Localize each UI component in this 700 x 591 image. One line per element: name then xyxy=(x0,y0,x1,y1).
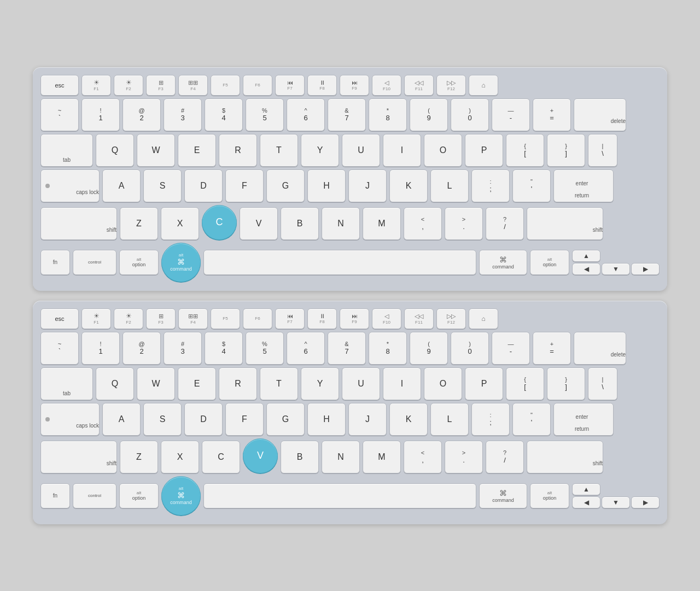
key-f7-2[interactable]: ⏮F7 xyxy=(275,308,305,329)
key-semicolon[interactable]: :; xyxy=(471,169,510,202)
key-s-2[interactable]: S xyxy=(143,403,182,436)
key-n-2[interactable]: N xyxy=(322,441,360,473)
key-space-2[interactable] xyxy=(203,483,476,508)
key-bracket-r-2[interactable]: }] xyxy=(547,367,585,400)
key-command-right[interactable]: ⌘ command xyxy=(479,250,527,275)
key-f8-2[interactable]: ⏸F8 xyxy=(307,308,337,329)
key-a[interactable]: A xyxy=(102,169,141,202)
key-g-2[interactable]: G xyxy=(266,403,305,436)
key-command-right-2[interactable]: ⌘ command xyxy=(479,483,527,508)
key-quote[interactable]: "' xyxy=(512,169,551,202)
key-backslash-2[interactable]: |\ xyxy=(588,367,617,400)
key-arrow-right-2[interactable]: ▶ xyxy=(631,496,660,508)
key-control-2[interactable]: control xyxy=(73,483,116,508)
key-f2[interactable]: ☀F2 xyxy=(114,75,143,96)
key-f1[interactable]: ☀F1 xyxy=(81,75,111,96)
key-f12-2[interactable]: ▷▷F12 xyxy=(436,308,466,329)
key-7-2[interactable]: &7 xyxy=(328,332,366,365)
key-h-2[interactable]: H xyxy=(307,403,346,436)
key-period-2[interactable]: >. xyxy=(445,441,483,473)
key-tab-2[interactable]: tab xyxy=(40,367,93,400)
key-enter-return[interactable]: enterreturn xyxy=(553,169,614,202)
key-m-2[interactable]: M xyxy=(363,441,401,473)
key-f5-2[interactable]: F5 xyxy=(211,308,240,329)
key-home-2[interactable]: ⌂ xyxy=(469,308,498,329)
key-bracket-l[interactable]: {[ xyxy=(506,134,544,167)
key-option-right-2[interactable]: alt option xyxy=(530,483,569,508)
key-y[interactable]: Y xyxy=(301,134,339,167)
key-b[interactable]: B xyxy=(281,207,319,240)
key-i-2[interactable]: I xyxy=(383,367,421,400)
key-enter-return-2[interactable]: enterreturn xyxy=(553,403,614,436)
key-e-2[interactable]: E xyxy=(178,367,216,400)
key-arrow-down[interactable]: ▼ xyxy=(602,263,630,275)
key-p[interactable]: P xyxy=(465,134,503,167)
key-n[interactable]: N xyxy=(322,207,360,240)
key-3[interactable]: #3 xyxy=(164,98,202,131)
key-f4-2[interactable]: ⊞⊞F4 xyxy=(178,308,208,329)
key-g[interactable]: G xyxy=(266,169,305,202)
key-9[interactable]: (9 xyxy=(410,98,448,131)
key-semicolon-2[interactable]: :; xyxy=(471,403,510,436)
key-8[interactable]: *8 xyxy=(369,98,407,131)
key-k[interactable]: K xyxy=(389,169,428,202)
key-v[interactable]: V xyxy=(240,207,278,240)
key-k-2[interactable]: K xyxy=(389,403,428,436)
key-caps-lock-2[interactable]: caps lock xyxy=(40,403,100,436)
key-option-left[interactable]: alt option xyxy=(119,250,159,275)
key-equals[interactable]: += xyxy=(533,98,571,131)
key-o-2[interactable]: O xyxy=(424,367,462,400)
key-j-2[interactable]: J xyxy=(348,403,387,436)
key-comma[interactable]: <, xyxy=(404,207,442,240)
key-1-2[interactable]: !1 xyxy=(81,332,120,365)
key-t[interactable]: T xyxy=(260,134,298,167)
key-arrow-left[interactable]: ◀ xyxy=(572,263,600,275)
key-tilde-2[interactable]: ~` xyxy=(40,332,79,365)
key-f6[interactable]: F6 xyxy=(243,75,272,96)
key-f3[interactable]: ⊞F3 xyxy=(146,75,176,96)
key-f8[interactable]: ⏸F8 xyxy=(307,75,337,96)
key-shift-right[interactable]: shift xyxy=(527,207,603,240)
key-f11[interactable]: ◁◁F11 xyxy=(404,75,434,96)
key-5-2[interactable]: %5 xyxy=(246,332,284,365)
key-option-right[interactable]: alt option xyxy=(530,250,569,275)
key-w-2[interactable]: W xyxy=(137,367,175,400)
key-f7[interactable]: ⏮F7 xyxy=(275,75,305,96)
key-space[interactable] xyxy=(203,250,476,275)
key-f5[interactable]: F5 xyxy=(211,75,240,96)
key-shift-left-2[interactable]: shift xyxy=(40,441,117,473)
key-arrow-up-2[interactable]: ▲ xyxy=(572,483,600,495)
key-d-2[interactable]: D xyxy=(184,403,223,436)
key-s[interactable]: S xyxy=(143,169,182,202)
key-1[interactable]: !1 xyxy=(81,98,120,131)
key-option-left-2[interactable]: alt option xyxy=(119,483,159,508)
key-m[interactable]: M xyxy=(363,207,401,240)
key-4-2[interactable]: $4 xyxy=(205,332,243,365)
key-i[interactable]: I xyxy=(383,134,421,167)
key-minus[interactable]: —- xyxy=(492,98,530,131)
key-u-2[interactable]: U xyxy=(342,367,380,400)
key-6-2[interactable]: ^6 xyxy=(287,332,325,365)
key-c-2[interactable]: C xyxy=(202,441,240,473)
key-y-2[interactable]: Y xyxy=(301,367,339,400)
key-fn-2[interactable]: fn xyxy=(40,483,70,508)
key-slash[interactable]: ?/ xyxy=(486,207,524,240)
key-h[interactable]: H xyxy=(307,169,346,202)
key-arrow-up[interactable]: ▲ xyxy=(572,250,600,262)
key-q[interactable]: Q xyxy=(96,134,134,167)
key-quote-2[interactable]: "' xyxy=(512,403,551,436)
key-j[interactable]: J xyxy=(348,169,387,202)
key-d[interactable]: D xyxy=(184,169,223,202)
key-f9[interactable]: ⏭F9 xyxy=(340,75,369,96)
key-esc[interactable]: esc xyxy=(40,75,79,96)
key-f9-2[interactable]: ⏭F9 xyxy=(340,308,369,329)
key-f10[interactable]: ◁F10 xyxy=(372,75,401,96)
key-x-2[interactable]: X xyxy=(161,441,199,473)
key-7[interactable]: &7 xyxy=(328,98,366,131)
key-8-2[interactable]: *8 xyxy=(369,332,407,365)
key-t-2[interactable]: T xyxy=(260,367,298,400)
key-6[interactable]: ^6 xyxy=(287,98,325,131)
key-9-2[interactable]: (9 xyxy=(410,332,448,365)
key-p-2[interactable]: P xyxy=(465,367,503,400)
key-home[interactable]: ⌂ xyxy=(469,75,498,96)
